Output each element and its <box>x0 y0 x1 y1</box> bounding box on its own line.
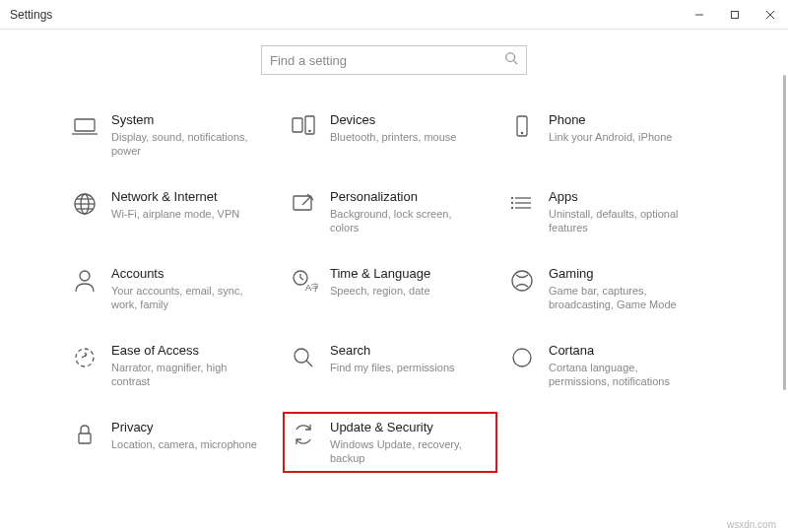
category-title: Time & Language <box>330 266 430 282</box>
person-icon <box>70 266 99 296</box>
pen-square-icon <box>289 189 318 219</box>
category-desc: Narrator, magnifier, high contrast <box>111 361 264 388</box>
category-system[interactable]: SystemDisplay, sound, notifications, pow… <box>68 110 275 160</box>
category-privacy[interactable]: PrivacyLocation, camera, microphone <box>68 418 275 467</box>
category-devices[interactable]: DevicesBluetooth, printers, mouse <box>287 110 493 160</box>
xbox-icon <box>507 266 537 296</box>
category-cortana[interactable]: CortanaCortana language, permissions, no… <box>505 341 712 390</box>
category-search[interactable]: SearchFind my files, permissions <box>287 341 493 390</box>
category-phone[interactable]: PhoneLink your Android, iPhone <box>505 110 712 160</box>
category-desc: Bluetooth, printers, mouse <box>330 130 456 144</box>
category-text: AppsUninstall, defaults, optional featur… <box>549 189 701 234</box>
category-title: Accounts <box>111 266 264 282</box>
category-desc: Display, sound, notifications, power <box>111 130 264 158</box>
category-title: Apps <box>549 189 701 205</box>
category-desc: Background, lock screen, colors <box>330 207 483 234</box>
category-title: Network & Internet <box>111 189 239 205</box>
categories-grid: SystemDisplay, sound, notifications, pow… <box>0 110 780 467</box>
minimize-button[interactable] <box>682 0 717 30</box>
window-title: Settings <box>10 8 52 22</box>
category-text: GamingGame bar, captures, broadcasting, … <box>549 266 701 311</box>
scrollbar-thumb[interactable] <box>783 75 786 390</box>
search-container <box>0 45 788 75</box>
category-title: System <box>111 112 264 128</box>
category-desc: Find my files, permissions <box>330 361 455 374</box>
category-ease-of-access[interactable]: Ease of AccessNarrator, magnifier, high … <box>68 341 275 390</box>
search-box[interactable] <box>261 45 527 75</box>
category-accounts[interactable]: AccountsYour accounts, email, sync, work… <box>68 264 275 313</box>
category-text: SystemDisplay, sound, notifications, pow… <box>111 112 264 158</box>
category-title: Search <box>330 343 455 359</box>
category-text: AccountsYour accounts, email, sync, work… <box>111 266 264 311</box>
category-title: Personalization <box>330 189 483 205</box>
devices-icon <box>289 112 318 142</box>
category-personalization[interactable]: PersonalizationBackground, lock screen, … <box>287 187 493 236</box>
scrollbar[interactable] <box>782 75 786 532</box>
phone-icon <box>507 112 537 142</box>
category-title: Ease of Access <box>111 343 264 359</box>
category-desc: Your accounts, email, sync, work, family <box>111 284 264 311</box>
search-icon <box>289 343 318 372</box>
category-time-language[interactable]: Time & LanguageSpeech, region, date <box>287 264 493 313</box>
svg-line-5 <box>514 61 518 65</box>
category-text: PersonalizationBackground, lock screen, … <box>330 189 483 234</box>
category-text: Time & LanguageSpeech, region, date <box>330 266 430 298</box>
category-text: PhoneLink your Android, iPhone <box>549 112 672 144</box>
window-controls <box>682 0 788 30</box>
category-title: Cortana <box>549 343 701 359</box>
globe-icon <box>70 189 99 219</box>
category-text: Network & InternetWi-Fi, airplane mode, … <box>111 189 239 221</box>
laptop-icon <box>70 112 99 142</box>
category-network[interactable]: Network & InternetWi-Fi, airplane mode, … <box>68 187 275 236</box>
content-area: SystemDisplay, sound, notifications, pow… <box>0 75 788 532</box>
category-title: Privacy <box>111 420 257 435</box>
content-scroll: SystemDisplay, sound, notifications, pow… <box>0 75 780 532</box>
category-text: DevicesBluetooth, printers, mouse <box>330 112 456 144</box>
category-title: Gaming <box>549 266 701 282</box>
search-input[interactable] <box>270 53 504 68</box>
close-button[interactable] <box>753 0 788 30</box>
lock-icon <box>70 420 99 449</box>
watermark: wsxdn.com <box>727 519 776 530</box>
maximize-button[interactable] <box>717 0 753 30</box>
category-desc: Windows Update, recovery, backup <box>330 437 483 465</box>
category-text: PrivacyLocation, camera, microphone <box>111 420 257 451</box>
category-desc: Cortana language, permissions, notificat… <box>549 361 701 388</box>
circle-icon <box>507 343 537 372</box>
category-title: Update & Security <box>330 420 483 435</box>
category-title: Phone <box>549 112 672 128</box>
category-desc: Uninstall, defaults, optional features <box>549 207 701 234</box>
ease-icon <box>70 343 99 372</box>
category-text: CortanaCortana language, permissions, no… <box>549 343 701 388</box>
category-desc: Link your Android, iPhone <box>549 130 672 144</box>
list-icon <box>507 189 537 219</box>
category-gaming[interactable]: GamingGame bar, captures, broadcasting, … <box>505 264 712 313</box>
category-apps[interactable]: AppsUninstall, defaults, optional featur… <box>505 187 712 236</box>
category-text: Update & SecurityWindows Update, recover… <box>330 420 483 465</box>
category-text: SearchFind my files, permissions <box>330 343 455 374</box>
category-text: Ease of AccessNarrator, magnifier, high … <box>111 343 264 388</box>
time-lang-icon <box>289 266 318 296</box>
category-desc: Location, camera, microphone <box>111 437 257 451</box>
sync-icon <box>289 420 318 449</box>
svg-rect-1 <box>732 11 739 18</box>
category-desc: Game bar, captures, broadcasting, Game M… <box>549 284 701 311</box>
category-update-security[interactable]: Update & SecurityWindows Update, recover… <box>283 412 497 473</box>
category-title: Devices <box>330 112 456 128</box>
search-icon <box>504 51 518 69</box>
category-desc: Wi-Fi, airplane mode, VPN <box>111 207 239 221</box>
svg-point-4 <box>506 53 515 62</box>
category-desc: Speech, region, date <box>330 284 430 298</box>
titlebar: Settings <box>0 0 788 30</box>
